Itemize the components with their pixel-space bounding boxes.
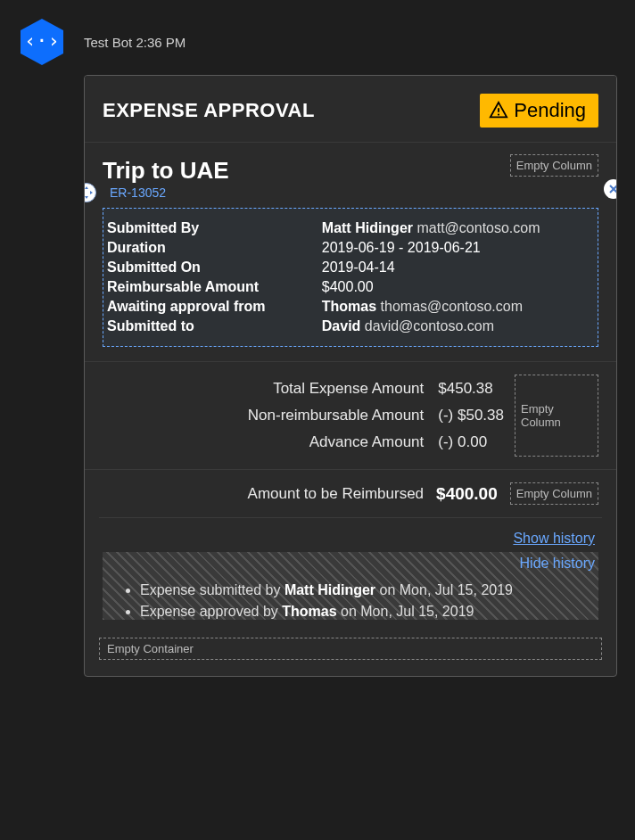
status-text: Pending	[514, 99, 586, 122]
reference-row: ER-13052	[85, 185, 616, 208]
empty-container-placeholder: Empty Container	[99, 638, 602, 660]
table-row: Submitted to David david@contoso.com	[107, 317, 594, 335]
duration-label: Duration	[107, 239, 320, 257]
bot-name-time: Test Bot 2:36 PM	[84, 35, 186, 50]
table-row: Submitted On 2019-04-14	[107, 259, 594, 276]
details-table: Submitted By Matt Hidinger matt@contoso.…	[105, 218, 596, 337]
table-row: Duration 2019-06-19 - 2019-06-21	[107, 239, 594, 257]
submitted-by-email: matt@contoso.com	[416, 220, 540, 235]
history-actor: Thomas	[282, 604, 336, 619]
history-suffix: on Mon, Jul 15, 2019	[375, 582, 513, 597]
card-header: EXPENSE APPROVAL Pending	[85, 76, 616, 142]
svg-point-3	[498, 113, 499, 115]
close-handle-icon[interactable]	[604, 179, 617, 199]
awaiting-name: Thomas	[322, 299, 376, 314]
hide-history-link[interactable]: Hide history	[520, 556, 595, 571]
bot-avatar-icon: ‹·›	[18, 18, 66, 66]
reimbursable-value: $400.00	[322, 278, 594, 296]
submitted-on-value: 2019-04-14	[322, 259, 594, 276]
bot-time: 2:36 PM	[136, 35, 186, 50]
awaiting-label: Awaiting approval from	[107, 298, 320, 316]
table-row: Reimbursable Amount $400.00	[107, 278, 594, 296]
table-row: Submitted By Matt Hidinger matt@contoso.…	[107, 219, 594, 237]
total-expense-label: Total Expense Amount	[103, 380, 424, 398]
show-history-link[interactable]: Show history	[103, 531, 595, 547]
total-expense-value: $450.38	[438, 380, 504, 398]
submitted-on-label: Submitted On	[107, 259, 320, 276]
submitted-to-email: david@contoso.com	[365, 318, 494, 334]
details-container[interactable]: Submitted By Matt Hidinger matt@contoso.…	[103, 208, 598, 347]
table-row: Awaiting approval from Thomas thomas@con…	[107, 298, 594, 316]
empty-column-placeholder: Empty Column	[510, 154, 598, 177]
advance-label: Advance Amount	[103, 433, 424, 451]
history-item: Expense approved by Thomas on Mon, Jul 1…	[140, 604, 598, 620]
expense-approval-card: EXPENSE APPROVAL Pending Trip to UAE Emp…	[84, 75, 617, 677]
submitted-by-name: Matt Hidinger	[322, 220, 413, 235]
reimburse-block: Amount to be Reimbursed $400.00 Empty Co…	[85, 469, 616, 517]
history-item: Expense submitted by Matt Hidinger on Mo…	[140, 582, 598, 598]
empty-column-placeholder: Empty Column	[515, 375, 598, 457]
history-block: Show history Hide history Expense submit…	[99, 517, 602, 636]
submitted-to-label: Submitted to	[107, 317, 320, 335]
awaiting-email: thomas@contoso.com	[381, 299, 523, 314]
history-suffix: on Mon, Jul 15, 2019	[337, 604, 474, 619]
duration-value: 2019-06-19 - 2019-06-21	[322, 239, 594, 257]
advance-value: (-) 0.00	[438, 433, 504, 451]
reimburse-value: $400.00	[436, 484, 498, 504]
trip-title: Trip to UAE	[103, 146, 229, 185]
warning-icon	[489, 101, 508, 120]
svg-text:‹·›: ‹·›	[24, 29, 60, 52]
submitted-by-label: Submitted By	[107, 219, 320, 237]
collapsed-history-area: Hide history Expense submitted by Matt H…	[103, 552, 598, 620]
reference-id: ER-13052	[110, 185, 166, 200]
empty-column-placeholder: Empty Column	[510, 482, 598, 505]
history-prefix: Expense approved by	[140, 604, 282, 619]
history-actor: Matt Hidinger	[285, 582, 375, 597]
move-handle-icon[interactable]	[84, 183, 96, 202]
reimburse-label: Amount to be Reimbursed	[248, 485, 425, 503]
bot-name: Test Bot	[84, 35, 132, 50]
trip-header-row: Trip to UAE Empty Column	[85, 142, 616, 185]
non-reimbursable-label: Non-reimbursable Amount	[103, 407, 424, 424]
submitted-to-name: David	[322, 318, 361, 334]
history-prefix: Expense submitted by	[140, 582, 285, 597]
card-title: EXPENSE APPROVAL	[103, 99, 315, 122]
totals-block: Total Expense Amount $450.38 Non-reimbur…	[85, 361, 616, 469]
status-badge: Pending	[480, 94, 598, 128]
reimbursable-label: Reimbursable Amount	[107, 278, 320, 296]
non-reimbursable-value: (-) $50.38	[438, 407, 504, 424]
